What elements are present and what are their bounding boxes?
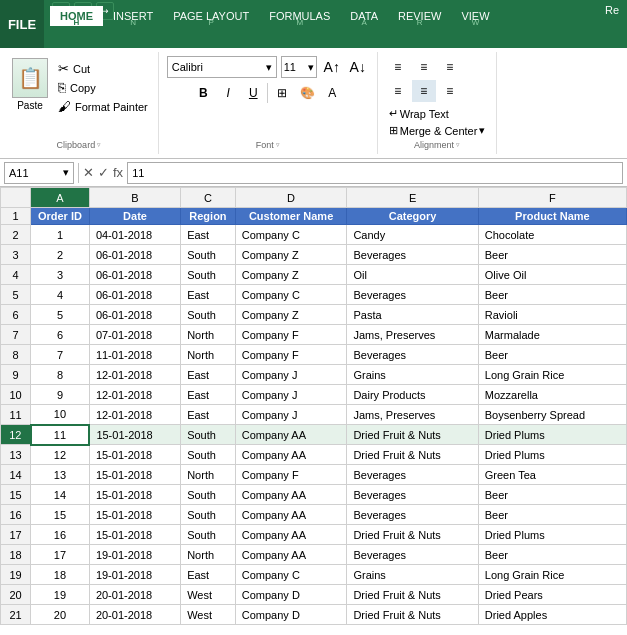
- cell-r14-c1[interactable]: 15-01-2018: [89, 465, 180, 485]
- file-button[interactable]: FILE: [0, 0, 44, 48]
- cell-r5-c0[interactable]: 4: [31, 285, 90, 305]
- merge-center-button[interactable]: ⊞ Merge & Center ▾: [386, 123, 489, 138]
- cell-r6-c4[interactable]: Pasta: [347, 305, 478, 325]
- cell-r16-c3[interactable]: Company AA: [235, 505, 347, 525]
- tab-insert[interactable]: INSERT N: [103, 6, 163, 26]
- cell-r14-c2[interactable]: North: [181, 465, 236, 485]
- cell-r17-c0[interactable]: 16: [31, 525, 90, 545]
- cell-r4-c5[interactable]: Olive Oil: [478, 265, 626, 285]
- font-name-dropdown[interactable]: Calibri ▾: [167, 56, 277, 78]
- decrease-font-btn[interactable]: A↓: [347, 56, 369, 78]
- tab-view[interactable]: VIEW W: [451, 6, 499, 26]
- cell-r15-c5[interactable]: Beer: [478, 485, 626, 505]
- cell-r6-c5[interactable]: Ravioli: [478, 305, 626, 325]
- cell-r10-c5[interactable]: Mozzarella: [478, 385, 626, 405]
- cell-r13-c5[interactable]: Dried Plums: [478, 445, 626, 465]
- cell-r16-c0[interactable]: 15: [31, 505, 90, 525]
- cell-r8-c5[interactable]: Beer: [478, 345, 626, 365]
- cell-r20-c2[interactable]: West: [181, 585, 236, 605]
- header-cell-5[interactable]: Product Name: [478, 208, 626, 225]
- cell-r13-c2[interactable]: South: [181, 445, 236, 465]
- cell-r15-c3[interactable]: Company AA: [235, 485, 347, 505]
- cell-r12-c2[interactable]: South: [181, 425, 236, 445]
- cell-r17-c2[interactable]: South: [181, 525, 236, 545]
- cell-r20-c1[interactable]: 20-01-2018: [89, 585, 180, 605]
- cell-r14-c3[interactable]: Company F: [235, 465, 347, 485]
- cell-r8-c2[interactable]: North: [181, 345, 236, 365]
- cell-r19-c5[interactable]: Long Grain Rice: [478, 565, 626, 585]
- cell-r7-c4[interactable]: Jams, Preserves: [347, 325, 478, 345]
- cell-r5-c2[interactable]: East: [181, 285, 236, 305]
- cell-r8-c4[interactable]: Beverages: [347, 345, 478, 365]
- cell-r2-c2[interactable]: East: [181, 225, 236, 245]
- cell-r16-c5[interactable]: Beer: [478, 505, 626, 525]
- tab-data[interactable]: DATA A: [340, 6, 388, 26]
- cell-r10-c1[interactable]: 12-01-2018: [89, 385, 180, 405]
- formula-input[interactable]: [127, 162, 623, 184]
- cell-r15-c2[interactable]: South: [181, 485, 236, 505]
- bold-button[interactable]: B: [192, 82, 214, 104]
- cell-r21-c3[interactable]: Company D: [235, 605, 347, 625]
- cell-r8-c1[interactable]: 11-01-2018: [89, 345, 180, 365]
- cell-r11-c3[interactable]: Company J: [235, 405, 347, 425]
- clipboard-expand-icon[interactable]: ▿: [97, 141, 101, 149]
- header-cell-1[interactable]: Date: [89, 208, 180, 225]
- cell-r2-c5[interactable]: Chocolate: [478, 225, 626, 245]
- cell-r3-c1[interactable]: 06-01-2018: [89, 245, 180, 265]
- cell-r4-c0[interactable]: 3: [31, 265, 90, 285]
- cell-r12-c5[interactable]: Dried Plums: [478, 425, 626, 445]
- col-header-E[interactable]: E: [347, 188, 478, 208]
- header-cell-0[interactable]: Order ID: [31, 208, 90, 225]
- align-top-right-btn[interactable]: ≡: [438, 56, 462, 78]
- align-left-btn[interactable]: ≡: [386, 80, 410, 102]
- cell-r19-c0[interactable]: 18: [31, 565, 90, 585]
- format-painter-button[interactable]: 🖌 Format Painter: [56, 98, 150, 115]
- confirm-formula-icon[interactable]: ✓: [98, 165, 109, 180]
- cell-r17-c4[interactable]: Dried Fruit & Nuts: [347, 525, 478, 545]
- cell-r3-c0[interactable]: 2: [31, 245, 90, 265]
- cell-r9-c0[interactable]: 8: [31, 365, 90, 385]
- cell-r7-c5[interactable]: Marmalade: [478, 325, 626, 345]
- italic-button[interactable]: I: [217, 82, 239, 104]
- underline-button[interactable]: U: [242, 82, 264, 104]
- col-header-A[interactable]: A: [31, 188, 90, 208]
- cell-r16-c1[interactable]: 15-01-2018: [89, 505, 180, 525]
- cell-r12-c4[interactable]: Dried Fruit & Nuts: [347, 425, 478, 445]
- cell-r19-c1[interactable]: 19-01-2018: [89, 565, 180, 585]
- cell-r19-c2[interactable]: East: [181, 565, 236, 585]
- cell-reference-box[interactable]: A11 ▾: [4, 162, 74, 184]
- cell-r18-c2[interactable]: North: [181, 545, 236, 565]
- cell-r12-c0[interactable]: 11: [31, 425, 90, 445]
- tab-home[interactable]: HOME H: [50, 6, 103, 26]
- cell-r18-c3[interactable]: Company AA: [235, 545, 347, 565]
- alignment-expand-icon[interactable]: ▿: [456, 141, 460, 149]
- cell-r17-c5[interactable]: Dried Plums: [478, 525, 626, 545]
- cell-r13-c4[interactable]: Dried Fruit & Nuts: [347, 445, 478, 465]
- wrap-text-button[interactable]: ↵ Wrap Text: [386, 106, 489, 121]
- cell-r20-c3[interactable]: Company D: [235, 585, 347, 605]
- cell-r6-c1[interactable]: 06-01-2018: [89, 305, 180, 325]
- cell-r3-c3[interactable]: Company Z: [235, 245, 347, 265]
- cell-r12-c3[interactable]: Company AA: [235, 425, 347, 445]
- cell-r14-c5[interactable]: Green Tea: [478, 465, 626, 485]
- cell-r21-c0[interactable]: 20: [31, 605, 90, 625]
- cell-r20-c5[interactable]: Dried Pears: [478, 585, 626, 605]
- border-button[interactable]: ⊞: [271, 82, 293, 104]
- cell-r15-c1[interactable]: 15-01-2018: [89, 485, 180, 505]
- cell-r18-c5[interactable]: Beer: [478, 545, 626, 565]
- cell-r11-c5[interactable]: Boysenberry Spread: [478, 405, 626, 425]
- cell-r11-c4[interactable]: Jams, Preserves: [347, 405, 478, 425]
- cell-r5-c5[interactable]: Beer: [478, 285, 626, 305]
- cell-r6-c0[interactable]: 5: [31, 305, 90, 325]
- font-size-dropdown[interactable]: 11 ▾: [281, 56, 317, 78]
- cell-r21-c5[interactable]: Dried Apples: [478, 605, 626, 625]
- tab-formulas[interactable]: FORMULAS M: [259, 6, 340, 26]
- cell-r11-c2[interactable]: East: [181, 405, 236, 425]
- cell-r10-c4[interactable]: Dairy Products: [347, 385, 478, 405]
- cell-r19-c3[interactable]: Company C: [235, 565, 347, 585]
- cell-r9-c3[interactable]: Company J: [235, 365, 347, 385]
- cell-r4-c4[interactable]: Oil: [347, 265, 478, 285]
- font-color-button[interactable]: A: [321, 82, 343, 104]
- cell-r8-c3[interactable]: Company F: [235, 345, 347, 365]
- increase-font-btn[interactable]: A↑: [321, 56, 343, 78]
